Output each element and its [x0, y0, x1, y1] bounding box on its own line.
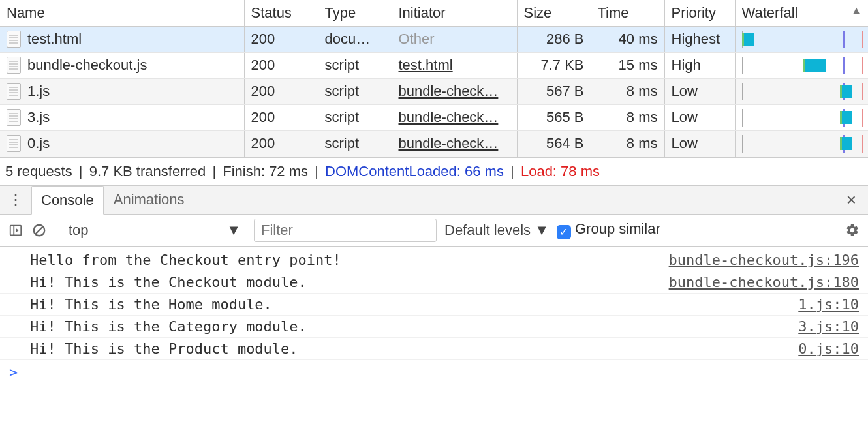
request-initiator[interactable]: bundle-check…: [399, 109, 499, 125]
console-settings-icon[interactable]: [845, 222, 860, 238]
col-header-size[interactable]: Size: [517, 0, 591, 26]
console-message: Hi! This is the Checkout module.bundle-c…: [0, 271, 868, 294]
request-priority: High: [664, 52, 735, 78]
file-icon: [7, 31, 21, 48]
file-icon: [7, 135, 21, 152]
col-header-type[interactable]: Type: [318, 0, 392, 26]
file-icon: [7, 57, 21, 74]
toolbar-divider: [55, 222, 55, 239]
log-levels-select[interactable]: Default levels ▼: [444, 222, 549, 239]
request-type: script: [318, 52, 392, 78]
drawer-kebab-icon[interactable]: ⋮: [0, 190, 31, 209]
console-message-text: Hi! This is the Home module.: [30, 296, 272, 312]
log-levels-label: Default levels: [444, 222, 531, 238]
summary-finish: Finish: 72 ms: [223, 163, 308, 179]
request-status: 200: [244, 78, 318, 104]
col-header-waterfall[interactable]: Waterfall ▲: [735, 0, 868, 26]
col-header-time[interactable]: Time: [591, 0, 664, 26]
request-status: 200: [244, 26, 318, 52]
request-priority: Low: [664, 104, 735, 130]
request-name: test.html: [27, 31, 82, 48]
dropdown-arrow-icon: ▼: [535, 222, 549, 238]
request-type: docu…: [318, 26, 392, 52]
svg-rect-0: [10, 225, 22, 235]
waterfall-bar: [840, 111, 852, 124]
network-row[interactable]: 1.js200scriptbundle-check…567 B8 msLow: [0, 78, 868, 104]
request-name: 3.js: [27, 109, 50, 126]
request-type: script: [318, 130, 392, 157]
request-status: 200: [244, 52, 318, 78]
console-message-text: Hi! This is the Product module.: [30, 341, 298, 357]
console-message-source[interactable]: 1.js:10: [798, 296, 859, 312]
console-message-text: Hi! This is the Category module.: [30, 318, 307, 335]
file-icon: [7, 109, 21, 126]
summary-requests: 5 requests: [5, 163, 72, 179]
summary-load: Load: 78 ms: [521, 163, 600, 179]
request-size: 564 B: [517, 130, 591, 157]
request-status: 200: [244, 130, 318, 157]
console-message: Hi! This is the Product module.0.js:10: [0, 338, 868, 360]
console-message-text: Hello from the Checkout entry point!: [30, 252, 341, 268]
col-header-initiator[interactable]: Initiator: [392, 0, 517, 26]
waterfall-bar: [803, 59, 826, 72]
request-size: 7.7 KB: [517, 52, 591, 78]
network-row[interactable]: 0.js200scriptbundle-check…564 B8 msLow: [0, 130, 868, 157]
request-time: 15 ms: [591, 52, 664, 78]
request-name: 0.js: [27, 135, 50, 152]
request-initiator[interactable]: bundle-check…: [399, 135, 499, 151]
request-size: 567 B: [517, 78, 591, 104]
waterfall-bar: [840, 85, 852, 98]
request-time: 8 ms: [591, 78, 664, 104]
dropdown-arrow-icon: ▼: [226, 222, 241, 239]
network-summary: 5 requests | 9.7 KB transferred | Finish…: [0, 157, 868, 186]
request-waterfall: [735, 52, 868, 78]
request-initiator[interactable]: test.html: [399, 57, 453, 73]
col-header-name[interactable]: Name: [0, 0, 244, 26]
console-message: Hello from the Checkout entry point!bund…: [0, 249, 868, 271]
request-waterfall: [735, 104, 868, 130]
console-body: Hello from the Checkout entry point!bund…: [0, 247, 868, 360]
request-time: 8 ms: [591, 130, 664, 157]
request-initiator: Other: [399, 31, 435, 47]
context-select[interactable]: top ▼: [63, 219, 246, 241]
clear-console-icon[interactable]: [31, 222, 47, 238]
console-message-source[interactable]: bundle-checkout.js:180: [669, 274, 859, 290]
network-row[interactable]: test.html200docu…Other286 B40 msHighest: [0, 26, 868, 52]
request-name: 1.js: [27, 83, 50, 100]
sort-arrow-icon: ▲: [851, 5, 861, 16]
request-type: script: [318, 104, 392, 130]
request-waterfall: [735, 26, 868, 52]
context-select-value: top: [69, 222, 89, 239]
svg-marker-2: [16, 228, 19, 232]
network-header-row: Name Status Type Initiator Size Time Pri…: [0, 0, 868, 26]
drawer-close-button[interactable]: ×: [835, 190, 868, 210]
console-message-source[interactable]: 3.js:10: [798, 318, 859, 335]
drawer-header: ⋮ Console Animations ×: [0, 186, 868, 215]
group-similar-label: Group similar: [575, 220, 660, 237]
svg-line-4: [36, 226, 43, 234]
network-row[interactable]: bundle-checkout.js200scripttest.html7.7 …: [0, 52, 868, 78]
console-toolbar: top ▼ Default levels ▼ ✓Group similar: [0, 215, 868, 247]
file-icon: [7, 83, 21, 100]
request-status: 200: [244, 104, 318, 130]
request-priority: Low: [664, 78, 735, 104]
network-table: Name Status Type Initiator Size Time Pri…: [0, 0, 868, 157]
request-time: 40 ms: [591, 26, 664, 52]
console-message-source[interactable]: bundle-checkout.js:196: [669, 252, 859, 268]
request-initiator[interactable]: bundle-check…: [399, 83, 499, 99]
console-prompt[interactable]: >: [0, 360, 868, 384]
filter-input[interactable]: [254, 219, 437, 242]
request-type: script: [318, 78, 392, 104]
col-header-priority[interactable]: Priority: [664, 0, 735, 26]
waterfall-bar: [742, 33, 754, 46]
tab-console[interactable]: Console: [31, 186, 104, 215]
group-similar-checkbox[interactable]: ✓Group similar: [557, 220, 660, 239]
console-message-text: Hi! This is the Checkout module.: [30, 274, 307, 290]
tab-animations[interactable]: Animations: [104, 185, 194, 214]
toggle-sidebar-icon[interactable]: [8, 222, 23, 238]
console-message-source[interactable]: 0.js:10: [798, 341, 859, 357]
network-row[interactable]: 3.js200scriptbundle-check…565 B8 msLow: [0, 104, 868, 130]
request-name: bundle-checkout.js: [27, 57, 147, 74]
col-header-status[interactable]: Status: [244, 0, 318, 26]
request-waterfall: [735, 78, 868, 104]
